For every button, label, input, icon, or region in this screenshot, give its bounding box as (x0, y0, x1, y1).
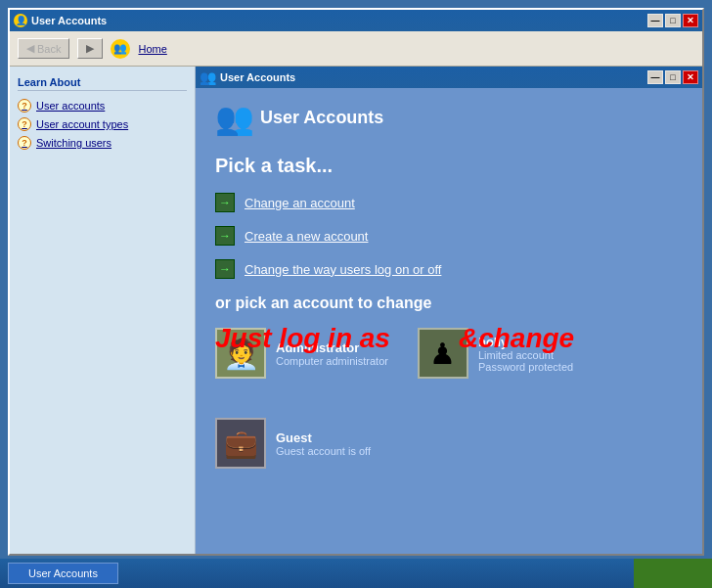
inner-titlebar-buttons: — □ ✕ (647, 70, 698, 84)
sidebar: Learn About ? User accounts ? User accou… (10, 67, 196, 554)
back-button[interactable]: ◀ Back (18, 38, 69, 59)
task-label-1: Change an account (245, 196, 355, 210)
inner-close-button[interactable]: ✕ (683, 70, 698, 84)
taskbar-grass (634, 559, 712, 588)
inner-titlebar: 👥 User Accounts — □ ✕ (196, 67, 702, 88)
taskbar-task[interactable]: User Accounts (8, 563, 118, 584)
window-icon: 👤 (14, 14, 27, 27)
task-change-account[interactable]: Change an account (215, 193, 683, 212)
account-grid: Just log in as &change 🧑‍💼 Administrator… (215, 328, 683, 469)
account-info-administrator: Administrator Computer administrator (276, 340, 388, 367)
account-name-guest: Guest (276, 430, 371, 445)
account-detail-guest-1: Guest account is off (276, 445, 371, 457)
account-avatar-administrator: 🧑‍💼 (215, 328, 266, 379)
task-label-2: Create a new account (245, 229, 368, 244)
inner-minimize-button[interactable]: — (647, 70, 663, 84)
page-title: User Accounts (260, 108, 383, 128)
taskbar: User Accounts (0, 559, 712, 588)
account-avatar-guest: 💼 (215, 418, 266, 469)
home-button[interactable]: Home (138, 43, 166, 55)
sidebar-item-user-accounts[interactable]: ? User accounts (18, 99, 187, 113)
sidebar-item-label-1: User accounts (36, 100, 105, 112)
account-detail-holly-1: Limited account (478, 349, 573, 361)
help-icon-3: ? (18, 136, 31, 150)
account-info-holly: holly Limited account Password protected (478, 335, 573, 373)
pick-task-title: Pick a task... (215, 155, 683, 177)
task-label-3: Change the way users log on or off (245, 262, 441, 277)
account-item-administrator[interactable]: 🧑‍💼 Administrator Computer administrator (215, 328, 388, 379)
page-header: 👥 User Accounts (215, 100, 683, 135)
task-arrow-3 (215, 259, 235, 279)
inner-window-title: User Accounts (220, 71, 295, 83)
sidebar-section-title: Learn About (18, 76, 187, 91)
task-arrow-1 (215, 193, 235, 212)
outer-titlebar-left: 👤 User Accounts (14, 14, 107, 27)
account-name-administrator: Administrator (276, 340, 388, 355)
pick-account-title: or pick an account to change (215, 294, 683, 312)
sidebar-item-user-account-types[interactable]: ? User account types (18, 117, 187, 131)
page-header-icon: 👥 (215, 100, 250, 135)
account-name-holly: holly (478, 335, 573, 349)
outer-minimize-button[interactable]: — (647, 14, 663, 27)
help-icon-2: ? (18, 117, 31, 131)
outer-close-button[interactable]: ✕ (683, 14, 698, 27)
forward-button[interactable]: ▶ (77, 38, 103, 59)
sidebar-item-label-2: User account types (36, 118, 128, 130)
toolbar: ◀ Back ▶ 👥 Home (10, 31, 702, 67)
account-item-guest[interactable]: 💼 Guest Guest account is off (215, 418, 372, 469)
account-item-holly[interactable]: ♟ holly Limited account Password protect… (418, 328, 574, 379)
home-label: Home (138, 43, 166, 55)
back-label: Back (37, 43, 61, 55)
sidebar-item-switching-users[interactable]: ? Switching users (18, 136, 187, 150)
inner-window-icon: 👥 (200, 69, 216, 85)
outer-titlebar: 👤 User Accounts — □ ✕ (10, 10, 702, 31)
account-info-guest: Guest Guest account is off (276, 430, 371, 457)
people-icon: 👥 (111, 39, 130, 59)
task-create-account[interactable]: Create a new account (215, 226, 683, 246)
back-arrow-icon: ◀ (26, 42, 34, 55)
main-area: Learn About ? User accounts ? User accou… (10, 67, 702, 554)
sidebar-item-label-3: Switching users (36, 137, 111, 149)
outer-window-title: User Accounts (31, 15, 107, 26)
help-icon-1: ? (18, 99, 31, 113)
outer-window: 👤 User Accounts — □ ✕ ◀ Back ▶ 👥 Home Le… (8, 8, 704, 556)
account-detail-holly-2: Password protected (478, 361, 573, 373)
content-panel: 👥 User Accounts — □ ✕ 👥 User Accounts (196, 67, 702, 554)
inner-maximize-button[interactable]: □ (665, 70, 681, 84)
forward-arrow-icon: ▶ (86, 42, 94, 55)
inner-titlebar-left: 👥 User Accounts (200, 69, 295, 85)
task-logon-settings[interactable]: Change the way users log on or off (215, 259, 683, 279)
taskbar-task-label: User Accounts (28, 567, 98, 579)
outer-maximize-button[interactable]: □ (665, 14, 681, 27)
outer-titlebar-buttons: — □ ✕ (647, 14, 698, 27)
content-inner: 👥 User Accounts Pick a task... Change an… (196, 88, 702, 480)
task-arrow-2 (215, 226, 235, 246)
account-detail-administrator-1: Computer administrator (276, 355, 388, 367)
account-avatar-holly: ♟ (418, 328, 468, 379)
